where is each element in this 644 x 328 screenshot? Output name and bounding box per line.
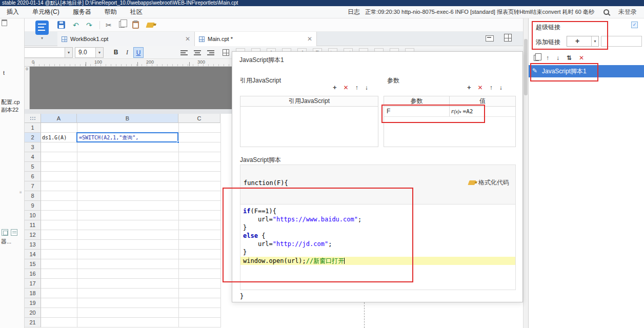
row-header-3[interactable]: 3 xyxy=(25,142,41,152)
selected-cell-B2[interactable]: =SWITCH(A2,1,"查询", xyxy=(76,132,178,142)
login-status[interactable]: 未登录 xyxy=(618,8,637,16)
formula-type-icon[interactable]: F(x)▾ xyxy=(451,109,461,114)
bold-button[interactable]: B xyxy=(111,47,121,58)
trash-icon[interactable] xyxy=(2,19,7,26)
row-header-14[interactable]: 14 xyxy=(25,250,41,259)
align-right-icon[interactable] xyxy=(207,50,214,56)
row-header-21[interactable]: 21 xyxy=(25,318,41,327)
sort-icon[interactable]: ⇅ xyxy=(567,54,572,62)
row-header-4[interactable]: 4 xyxy=(25,152,41,162)
link-list-item-selected[interactable]: ✎ JavaScript脚本1 xyxy=(529,65,644,77)
row-header-1[interactable]: 1 xyxy=(25,123,41,133)
menu-item-server[interactable]: 服务器 xyxy=(66,8,98,16)
move-down-icon[interactable]: ↓ xyxy=(556,54,559,62)
row-header-15[interactable]: 15 xyxy=(25,259,41,269)
row-header-16[interactable]: 16 xyxy=(25,269,41,279)
align-left-icon[interactable] xyxy=(180,50,188,56)
chevron-down-icon[interactable]: ▾ xyxy=(65,48,72,57)
script-editor[interactable]: function(F){ 格式化代码 if(F==1){ url="https:… xyxy=(240,165,516,290)
console-icon[interactable] xyxy=(486,35,494,42)
parameter-name-cell[interactable]: F xyxy=(384,107,450,116)
menu-item-help[interactable]: 帮助 xyxy=(98,8,124,16)
cell-A2[interactable]: ds1.G(A) xyxy=(42,133,76,142)
link-target-field[interactable] xyxy=(601,36,642,47)
vertical-scrollbar[interactable] xyxy=(523,18,528,328)
tree-item-fragment[interactable]: t xyxy=(3,70,5,76)
edit-pen-icon[interactable]: ✎ xyxy=(532,67,537,74)
row-header-9[interactable]: 9 xyxy=(25,201,41,211)
chevron-down-icon[interactable]: ▾ xyxy=(95,48,103,57)
row-header-7[interactable]: 7 xyxy=(25,181,41,191)
row-header-6[interactable]: 6 xyxy=(25,172,41,181)
undo-icon[interactable]: ↶ xyxy=(73,21,79,29)
move-down-icon[interactable]: ↓ xyxy=(499,84,502,92)
align-center-icon[interactable] xyxy=(194,50,201,56)
delete-icon[interactable]: ✕ xyxy=(579,54,584,62)
move-up-icon[interactable]: ↑ xyxy=(355,84,358,92)
row-header-5[interactable]: 5 xyxy=(25,162,41,172)
menu-item-insert[interactable]: 插入 xyxy=(0,8,26,16)
log-label[interactable]: 日志 xyxy=(348,8,360,16)
add-icon[interactable]: + xyxy=(467,84,471,92)
widget-panel-icon[interactable] xyxy=(2,229,8,236)
panel-drag-handle[interactable]: ≡ xyxy=(19,190,22,195)
apply-check-icon[interactable]: ✓ xyxy=(631,22,638,28)
code-editor-body[interactable]: if(F==1){ url="https://www.baidu.com";}e… xyxy=(240,204,515,290)
row-header-11[interactable]: 11 xyxy=(25,220,41,230)
menu-item-community[interactable]: 社区 xyxy=(124,8,149,16)
row-header-12[interactable]: 12 xyxy=(25,230,41,240)
cut-icon[interactable]: ✂ xyxy=(106,21,112,29)
template-button[interactable]: ▾ xyxy=(33,20,51,48)
parameter-row[interactable]: F F(x)▾ =A2 xyxy=(384,107,515,117)
row-header-18[interactable]: 18 xyxy=(25,289,41,298)
chevron-down-icon[interactable]: ▾ xyxy=(33,35,51,42)
borders-icon[interactable] xyxy=(223,49,229,56)
row-header-2[interactable]: 2 xyxy=(25,133,41,142)
sheet-corner-select-all[interactable] xyxy=(25,114,41,123)
close-icon[interactable]: ✕ xyxy=(182,35,190,43)
row-header-17[interactable]: 17 xyxy=(25,279,41,289)
tree-item-fragment[interactable]: 配置.cp xyxy=(1,98,20,106)
column-header-B[interactable]: B xyxy=(77,114,178,123)
row-header-19[interactable]: 19 xyxy=(25,298,41,308)
tree-item-fragment[interactable]: 副本22 xyxy=(1,106,18,114)
tab-main[interactable]: Main.cpt * ✕ xyxy=(195,32,317,46)
column-header-C[interactable]: C xyxy=(178,114,220,123)
tree-item-fragment[interactable]: 器... xyxy=(1,238,11,245)
paste-icon[interactable] xyxy=(132,21,139,29)
copy-link-icon[interactable] xyxy=(534,55,539,61)
save-icon[interactable] xyxy=(57,21,65,29)
aggregate-report-icon[interactable] xyxy=(504,34,512,42)
list-panel-icon[interactable] xyxy=(11,229,17,236)
move-down-icon[interactable]: ↓ xyxy=(365,84,368,92)
tab-workbook1[interactable]: WorkBook1.cpt ✕ xyxy=(57,32,195,46)
document-tabs: WorkBook1.cpt ✕ Main.cpt * ✕ xyxy=(57,32,317,46)
search-icon[interactable] xyxy=(603,9,609,15)
row-header-8[interactable]: 8 xyxy=(25,191,41,201)
scrollbar-thumb[interactable] xyxy=(524,39,528,95)
redo-icon[interactable]: ↷ xyxy=(86,21,92,29)
add-icon[interactable]: + xyxy=(333,84,337,92)
format-painter-icon[interactable] xyxy=(146,23,154,28)
delete-icon[interactable]: ✕ xyxy=(344,84,349,92)
fill-handle[interactable] xyxy=(177,141,179,144)
copy-icon[interactable] xyxy=(119,21,125,28)
format-code-button[interactable]: 格式化代码 xyxy=(469,178,509,187)
move-up-icon[interactable]: ↑ xyxy=(546,54,549,62)
italic-button[interactable]: I xyxy=(122,47,132,58)
font-size-select[interactable]: 9.0 ▾ xyxy=(75,47,104,58)
row-header-13[interactable]: 13 xyxy=(25,240,41,250)
menu-item-cell[interactable]: 单元格(C) xyxy=(26,8,66,16)
chevron-down-icon[interactable]: ▾ xyxy=(591,36,598,46)
parameter-value-cell[interactable]: F(x)▾ =A2 xyxy=(450,107,515,116)
close-icon[interactable]: ✕ xyxy=(304,35,312,43)
ref-javascript-table[interactable]: 引用JavaScript xyxy=(240,96,378,147)
row-header-10[interactable]: 10 xyxy=(25,211,41,220)
column-header-A[interactable]: A xyxy=(41,114,77,123)
add-link-button[interactable]: + ▾ xyxy=(567,36,599,47)
row-header-20[interactable]: 20 xyxy=(25,308,41,318)
parameters-table[interactable]: 参数 值 F F(x)▾ =A2 xyxy=(384,96,516,147)
delete-icon[interactable]: ✕ xyxy=(478,84,483,92)
underline-button[interactable]: U xyxy=(133,47,144,58)
move-up-icon[interactable]: ↑ xyxy=(490,84,493,92)
